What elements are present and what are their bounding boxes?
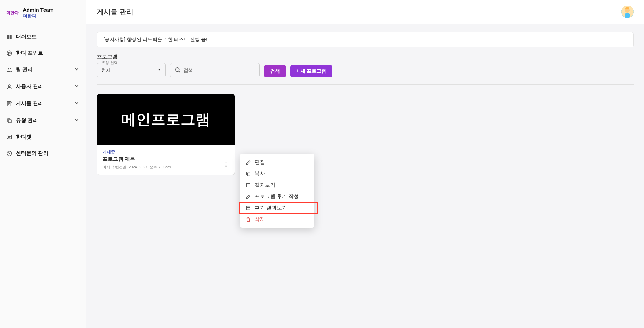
card-status: 게재중: [103, 149, 229, 155]
card-more-button[interactable]: [221, 160, 230, 170]
sidebar-item-label: 유형 관리: [16, 117, 74, 124]
trash-icon: [246, 216, 251, 223]
sidebar-item-types[interactable]: 유형 관리: [0, 112, 86, 129]
section-label: 프로그램: [97, 54, 634, 60]
menu-item-edit[interactable]: 편집: [240, 157, 314, 168]
svg-point-6: [10, 68, 11, 69]
logo: 더한다: [6, 9, 19, 17]
table-icon: [246, 182, 251, 188]
menu-item-copy[interactable]: 복사: [240, 168, 314, 179]
card-image: 메인프로그램: [97, 94, 235, 145]
card-body: 게재중 프로그램 제목 마지막 변경일: 2024. 2. 27. 오후 7:0…: [97, 145, 235, 175]
sidebar-item-label: 사용자 관리: [16, 83, 74, 90]
sidebar-item-points[interactable]: 한다 포인트: [0, 45, 86, 61]
menu-item-delete[interactable]: 삭제: [240, 214, 314, 225]
dashboard-icon: [6, 34, 16, 40]
brand: Admin Team 더한다: [23, 7, 54, 19]
new-program-button[interactable]: + 새 프로그램: [290, 65, 332, 77]
svg-rect-19: [247, 173, 250, 176]
sidebar-item-chat[interactable]: 한다챗: [0, 129, 86, 145]
person-icon: [6, 84, 16, 90]
chevron-down-icon: [74, 66, 80, 73]
sidebar-header: 더한다 Admin Team 더한다: [0, 0, 86, 26]
table-icon: [246, 205, 251, 211]
program-card[interactable]: 메인프로그램 게재중 프로그램 제목 마지막 변경일: 2024. 2. 27.…: [97, 94, 235, 175]
chat-icon: [6, 134, 16, 140]
menu-item-label: 결과보기: [255, 182, 275, 188]
type-select-float-label: 유형 선택: [100, 60, 119, 65]
svg-rect-9: [8, 120, 11, 123]
coin-icon: [6, 50, 16, 56]
notice-banner: [공지사항] 향상된 피드백을 위한 테스트 진행 중!: [97, 32, 634, 47]
svg-rect-3: [7, 37, 9, 39]
sidebar-item-label: 한다 포인트: [16, 50, 80, 56]
menu-item-label: 복사: [255, 170, 265, 177]
svg-rect-0: [7, 35, 9, 37]
sidebar: 더한다 Admin Team 더한다 대쉬보드 한다 포인트 팀 관리: [0, 0, 86, 328]
menu-item-results[interactable]: 결과보기: [240, 179, 314, 191]
copy-icon: [246, 171, 251, 177]
svg-rect-21: [247, 206, 250, 210]
svg-point-15: [176, 68, 179, 72]
sidebar-nav: 대쉬보드 한다 포인트 팀 관리 사용자 관리 게시물 관리: [0, 26, 86, 161]
menu-item-label: 프로그램 후기 작성: [255, 193, 299, 200]
svg-point-16: [226, 162, 227, 163]
edit-icon: [246, 159, 251, 166]
sidebar-item-users[interactable]: 사용자 관리: [0, 78, 86, 95]
card-meta: 마지막 변경일: 2024. 2. 27. 오후 7:03:29: [103, 165, 229, 170]
svg-rect-20: [247, 183, 250, 187]
menu-item-review-results[interactable]: 후기 결과보기: [240, 202, 317, 214]
sidebar-item-label: 한다챗: [16, 134, 80, 140]
sidebar-item-teams[interactable]: 팀 관리: [0, 61, 86, 78]
svg-point-5: [8, 68, 10, 69]
svg-point-18: [226, 166, 227, 167]
brand-bottom: 더한다: [23, 13, 54, 19]
main: 게시물 관리 [공지사항] 향상된 피드백을 위한 테스트 진행 중! 프로그램…: [86, 0, 644, 328]
cards-container: 메인프로그램 게재중 프로그램 제목 마지막 변경일: 2024. 2. 27.…: [97, 85, 634, 175]
filters: 유형 선택 전체 검색 + 새 프로그램: [97, 63, 634, 85]
svg-point-17: [226, 165, 227, 166]
card-title: 프로그램 제목: [103, 156, 229, 162]
page-title: 게시물 관리: [97, 7, 133, 17]
edit-icon: [246, 194, 251, 200]
caret-down-icon: [157, 67, 161, 73]
menu-item-write-review[interactable]: 프로그램 후기 작성: [240, 191, 314, 202]
copy-icon: [6, 118, 16, 124]
post-icon: [6, 101, 16, 107]
chevron-down-icon: [74, 117, 80, 124]
help-icon: [6, 150, 16, 157]
menu-item-label: 삭제: [255, 216, 265, 223]
sidebar-item-label: 게시물 관리: [16, 100, 74, 107]
svg-point-4: [7, 51, 12, 56]
type-select-value: 전체: [101, 67, 111, 73]
content: [공지사항] 향상된 피드백을 위한 테스트 진행 중! 프로그램 유형 선택 …: [86, 24, 644, 328]
brand-top: Admin Team: [23, 7, 54, 13]
context-menu: 편집 복사 결과보기 프로그램 후기 작성: [240, 154, 314, 228]
sidebar-item-posts[interactable]: 게시물 관리: [0, 95, 86, 112]
search-wrap: [170, 63, 260, 77]
svg-rect-14: [625, 13, 630, 18]
svg-rect-2: [10, 36, 12, 39]
svg-rect-1: [10, 35, 12, 36]
chevron-down-icon: [74, 83, 80, 90]
sidebar-item-label: 팀 관리: [16, 66, 74, 73]
people-icon: [6, 67, 16, 73]
menu-item-label: 편집: [255, 159, 265, 166]
search-button[interactable]: 검색: [264, 65, 286, 77]
avatar[interactable]: [621, 6, 634, 18]
search-icon: [174, 67, 181, 74]
svg-point-13: [625, 8, 630, 13]
type-select-wrap: 유형 선택 전체: [97, 63, 166, 77]
sidebar-item-label: 센터문의 관리: [16, 150, 80, 157]
sidebar-item-dashboard[interactable]: 대쉬보드: [0, 29, 86, 45]
chevron-down-icon: [74, 100, 80, 107]
topbar: 게시물 관리: [86, 0, 644, 24]
svg-point-7: [8, 85, 10, 87]
sidebar-item-label: 대쉬보드: [16, 34, 80, 40]
menu-item-label: 후기 결과보기: [255, 205, 287, 211]
search-input[interactable]: [183, 67, 255, 73]
sidebar-item-inquiry[interactable]: 센터문의 관리: [0, 145, 86, 161]
